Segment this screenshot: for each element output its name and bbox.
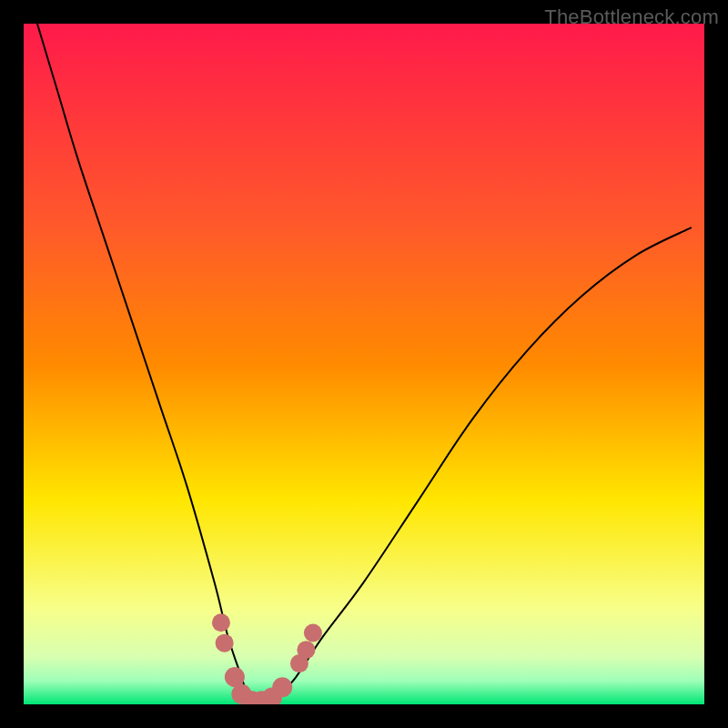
chart-frame: TheBottleneck.com bbox=[0, 0, 728, 728]
chart-canvas bbox=[24, 24, 704, 704]
data-marker bbox=[212, 613, 230, 632]
data-marker bbox=[304, 623, 322, 642]
data-marker bbox=[225, 667, 245, 687]
data-marker bbox=[297, 641, 315, 659]
plot-area bbox=[24, 24, 704, 704]
gradient-background bbox=[24, 24, 704, 704]
data-marker bbox=[272, 677, 292, 697]
data-marker bbox=[216, 634, 234, 652]
